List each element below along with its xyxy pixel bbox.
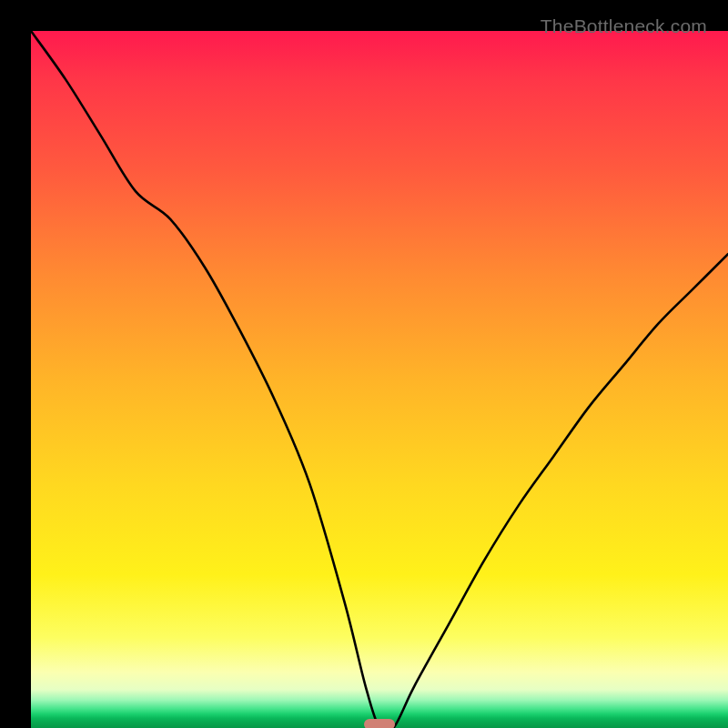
- balance-point-marker: [364, 719, 395, 728]
- plot-area: [31, 31, 728, 728]
- bottleneck-curve: [31, 31, 728, 728]
- chart-frame: TheBottleneck.com: [0, 0, 728, 728]
- watermark-text: TheBottleneck.com: [541, 15, 707, 37]
